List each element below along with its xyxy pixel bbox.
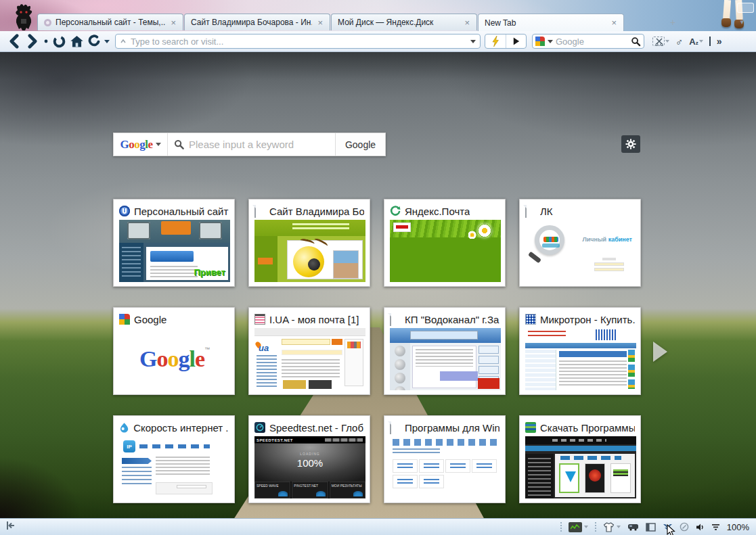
tile-thumbnail: IP <box>119 436 230 498</box>
tab-new-tab[interactable]: New Tab × <box>478 14 624 31</box>
tab-title: Мой Диск — Яндекс.Диск <box>338 18 459 27</box>
kmeleon-mascot-logo <box>9 2 38 32</box>
tab-bar: Персональный сайт - Темы,... × Сайт Влад… <box>37 14 625 31</box>
google-logo: Google <box>120 138 152 152</box>
snip-region-icon <box>652 37 665 46</box>
tab-close-icon[interactable]: × <box>316 18 324 27</box>
dial-tile-iua-mail[interactable]: I.UA - моя почта [1] ua <box>248 307 370 395</box>
search-bar[interactable] <box>532 34 644 49</box>
titlebar: Персональный сайт - Темы,... × Сайт Влад… <box>0 0 756 31</box>
toolbar-overflow-button[interactable]: » <box>717 36 722 47</box>
tab-vladimir-site[interactable]: Сайт Владимира Бочарова - Ин... × <box>184 14 330 30</box>
turbo-button[interactable] <box>485 34 506 48</box>
tile-thumbnail <box>254 220 365 282</box>
next-dial-page-arrow[interactable] <box>653 342 667 362</box>
stats-dropdown-icon[interactable] <box>584 526 588 528</box>
statusbar-separator <box>560 522 562 532</box>
dock-left-icon[interactable] <box>5 521 16 530</box>
search-engine-selector[interactable]: Google <box>114 133 168 156</box>
search-icon[interactable] <box>631 37 641 47</box>
tile-title: Скорость интернет ... <box>133 422 229 434</box>
tab-close-icon[interactable]: × <box>463 18 471 27</box>
google-logo-large: Google <box>139 346 204 371</box>
tile-title: Яндекс.Почта <box>405 206 470 217</box>
dial-tile-microtron[interactable]: Микротрон - Купить... <box>519 307 641 395</box>
dial-tile-download-programs[interactable]: Скачать Программы... <box>519 415 641 503</box>
persona-dropdown-icon[interactable] <box>617 526 621 528</box>
zoom-level[interactable]: 100% <box>727 522 749 532</box>
yandex-mail-favicon <box>390 206 401 216</box>
undo-dropdown-icon[interactable] <box>104 40 110 43</box>
tab-favicon <box>44 19 51 26</box>
page-favicon <box>525 206 536 216</box>
tab-list-dropdown-icon[interactable]: ▾ <box>740 18 744 26</box>
window-control-button[interactable] <box>737 3 754 13</box>
google-favicon <box>535 37 545 46</box>
snapshot-dropdown-icon[interactable] <box>665 40 669 43</box>
dial-tile-vodokanal[interactable]: КП "Водоканал" г.За... <box>384 307 506 395</box>
stats-widget-button[interactable] <box>569 522 588 532</box>
statusbar-separator <box>595 522 596 532</box>
caret-icon <box>120 38 127 45</box>
persona-theme-button[interactable] <box>603 522 621 532</box>
mouse-cursor <box>667 524 675 535</box>
dial-settings-button[interactable] <box>621 135 640 153</box>
sound-icon[interactable] <box>696 523 705 532</box>
dial-tile-programs-win[interactable]: Программы для Win... <box>384 415 506 503</box>
ucoz-favicon <box>119 206 130 216</box>
snapshot-tool-button[interactable] <box>652 37 669 46</box>
tab-yandex-disk[interactable]: Мой Диск — Яндекс.Диск × <box>331 14 477 30</box>
tile-thumbnail: Google™ <box>119 328 230 390</box>
tile-thumbnail <box>390 220 501 282</box>
tab-close-icon[interactable]: × <box>169 18 177 27</box>
toolbar-search-input[interactable] <box>556 37 628 47</box>
gesture-tool-icon[interactable]: ♂ <box>675 36 683 47</box>
translate-button[interactable]: Az <box>689 37 703 47</box>
dial-tile-yandex-mail[interactable]: Яндекс.Почта <box>384 199 506 287</box>
back-button[interactable] <box>7 34 22 49</box>
go-button[interactable] <box>506 34 526 48</box>
address-input[interactable] <box>131 37 466 47</box>
page-favicon <box>390 422 401 433</box>
address-history-dropdown-icon[interactable] <box>470 40 476 43</box>
tile-thumbnail <box>390 328 501 390</box>
browser-window: Персональный сайт - Темы,... × Сайт Влад… <box>0 0 756 535</box>
status-bar: 100% <box>0 518 756 535</box>
tile-title: Google <box>134 314 166 325</box>
sidebar-layout-icon[interactable] <box>646 523 656 532</box>
navigation-toolbar: ♂ Az » <box>0 31 756 52</box>
tile-title: Программы для Win... <box>405 422 499 434</box>
tab-close-icon[interactable]: × <box>610 18 618 27</box>
engine-dropdown-icon[interactable] <box>156 143 161 146</box>
dial-tile-vladimir-site[interactable]: Сайт Владимира Бо... <box>248 199 370 287</box>
google-favicon <box>119 314 130 325</box>
translate-dropdown-icon[interactable] <box>699 40 703 43</box>
dial-tile-google[interactable]: Google Google™ <box>113 307 235 395</box>
address-bar[interactable] <box>115 34 481 49</box>
forward-button[interactable] <box>25 34 40 49</box>
tile-thumbnail <box>390 436 501 498</box>
reload-button[interactable] <box>52 34 66 49</box>
dial-tile-lk[interactable]: ЛК Личный кабинет <box>519 199 641 287</box>
undo-button[interactable] <box>87 34 101 48</box>
vehicle-icon[interactable] <box>627 523 639 531</box>
google-search-button[interactable]: Google <box>335 133 385 156</box>
go-arrow-icon <box>512 37 520 45</box>
tile-title: КП "Водоканал" г.За... <box>405 314 499 325</box>
tile-title: ЛК <box>540 206 553 217</box>
tab-personal-site[interactable]: Персональный сайт - Темы,... × <box>37 14 183 30</box>
tile-title: I.UA - моя почта [1] <box>269 314 359 325</box>
timer-icon[interactable] <box>680 522 689 532</box>
new-tab-button[interactable]: + <box>670 17 675 28</box>
filter-icon[interactable] <box>711 523 720 532</box>
dial-tile-personal-site[interactable]: Персональный сайт ... Привет <box>113 199 235 287</box>
tab-title: Сайт Владимира Бочарова - Ин... <box>191 18 312 27</box>
dial-tile-speedtest[interactable]: Speedtest.net - Глоб... SPEEDTEST.NET LO… <box>248 415 370 503</box>
search-engine-dropdown-icon[interactable] <box>548 40 553 43</box>
home-button[interactable] <box>70 34 84 49</box>
tile-thumbnail <box>525 328 636 390</box>
speedtest-favicon <box>254 422 265 433</box>
dial-tile-speed-internet[interactable]: Скорость интернет ... IP <box>113 415 235 503</box>
keyword-input[interactable] <box>189 139 329 150</box>
quick-action-group <box>485 34 527 49</box>
